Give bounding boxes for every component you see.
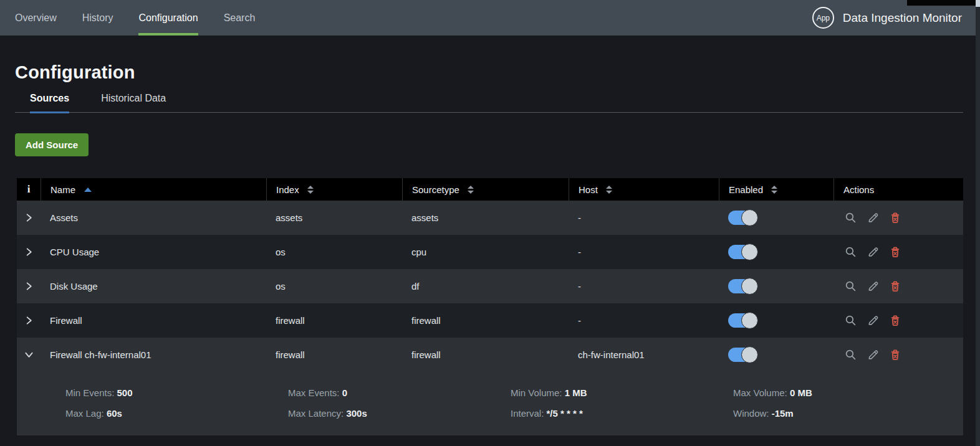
detail-item: Interval: */5 * * * * bbox=[511, 408, 733, 419]
cell-actions bbox=[833, 315, 963, 326]
cell-host: - bbox=[569, 315, 719, 326]
nav-item-overview[interactable]: Overview bbox=[15, 0, 57, 36]
sort-down-arrow bbox=[771, 191, 777, 194]
table-row: Firewall ch-fw-internal01firewallfirewal… bbox=[17, 338, 963, 372]
chevron-right-icon bbox=[24, 213, 34, 222]
cell-sourcetype: firewall bbox=[402, 315, 569, 326]
detail-item: Min Volume: 1 MB bbox=[511, 387, 733, 398]
nav-item-history[interactable]: History bbox=[82, 0, 113, 36]
enabled-toggle[interactable] bbox=[728, 245, 756, 259]
column-header-actions: Actions bbox=[833, 178, 963, 201]
column-label: Enabled bbox=[729, 184, 763, 195]
app-title: Data Ingestion Monitor bbox=[843, 11, 962, 25]
tab-historical-data[interactable]: Historical Data bbox=[101, 93, 166, 112]
cell-index: os bbox=[266, 281, 402, 292]
detail-label: Max Volume: bbox=[733, 387, 790, 398]
edit-action-button[interactable] bbox=[867, 349, 879, 361]
tab-sources[interactable]: Sources bbox=[30, 93, 69, 113]
search-action-button[interactable] bbox=[845, 280, 857, 292]
expand-toggle[interactable] bbox=[17, 316, 41, 325]
cell-enabled bbox=[719, 348, 833, 362]
delete-action-button[interactable] bbox=[890, 246, 901, 258]
detail-label: Min Events: bbox=[65, 387, 117, 398]
detail-label: Max Latency: bbox=[288, 408, 346, 419]
search-action-button[interactable] bbox=[845, 315, 857, 326]
detail-value: 500 bbox=[117, 387, 133, 398]
edit-action-button[interactable] bbox=[867, 246, 879, 258]
expand-toggle[interactable] bbox=[17, 350, 41, 359]
column-label: Name bbox=[50, 184, 75, 195]
tab-bar: SourcesHistorical Data bbox=[15, 93, 963, 113]
nav-item-configuration[interactable]: Configuration bbox=[138, 0, 198, 36]
delete-action-button[interactable] bbox=[890, 315, 901, 326]
table-row: Disk Usageosdf- bbox=[17, 269, 963, 303]
cell-index: firewall bbox=[266, 349, 402, 360]
detail-item: Window: -15m bbox=[733, 408, 956, 419]
search-action-button[interactable] bbox=[845, 246, 857, 258]
cell-index: firewall bbox=[266, 315, 402, 326]
edit-action-button[interactable] bbox=[867, 280, 879, 292]
edit-action-button[interactable] bbox=[867, 212, 879, 224]
edit-icon bbox=[867, 315, 879, 326]
column-header-index[interactable]: Index bbox=[266, 178, 402, 201]
delete-action-button[interactable] bbox=[890, 280, 901, 292]
sort-up-arrow bbox=[771, 186, 777, 189]
top-right-strip bbox=[907, 0, 976, 6]
scrollbar-thumb[interactable] bbox=[976, 0, 980, 7]
cell-enabled bbox=[719, 211, 833, 225]
edit-action-button[interactable] bbox=[867, 315, 879, 326]
detail-item: Max Latency: 300s bbox=[288, 408, 511, 419]
cell-sourcetype: assets bbox=[402, 212, 569, 223]
edit-icon bbox=[867, 349, 879, 361]
sort-down-arrow bbox=[468, 191, 474, 194]
detail-value: 0 bbox=[342, 387, 347, 398]
table-header-row: iNameIndexSourcetypeHostEnabledActions bbox=[17, 178, 963, 201]
column-header-enabled[interactable]: Enabled bbox=[719, 178, 833, 201]
nav-item-search[interactable]: Search bbox=[224, 0, 256, 36]
toggle-knob bbox=[741, 312, 758, 329]
column-header-sourcetype[interactable]: Sourcetype bbox=[402, 178, 569, 201]
cell-index: assets bbox=[266, 212, 402, 223]
delete-action-button[interactable] bbox=[890, 212, 901, 224]
enabled-toggle[interactable] bbox=[728, 348, 756, 362]
chevron-right-icon bbox=[24, 282, 34, 291]
detail-value: 300s bbox=[346, 408, 367, 419]
details-line: Max Lag: 60sMax Latency: 300sInterval: *… bbox=[65, 408, 963, 419]
column-header-info: i bbox=[17, 178, 41, 201]
column-label: Sourcetype bbox=[412, 184, 459, 195]
app-badge-icon: App bbox=[812, 7, 834, 29]
expand-toggle[interactable] bbox=[17, 282, 41, 291]
cell-actions bbox=[833, 246, 963, 258]
page-title: Configuration bbox=[15, 62, 976, 83]
column-header-host[interactable]: Host bbox=[569, 178, 719, 201]
column-label: Actions bbox=[843, 184, 874, 195]
detail-value: */5 * * * * bbox=[547, 408, 583, 419]
search-action-button[interactable] bbox=[845, 212, 857, 224]
details-line: Min Events: 500Max Events: 0Min Volume: … bbox=[65, 387, 963, 398]
chevron-right-icon bbox=[24, 316, 34, 325]
add-source-button[interactable]: Add Source bbox=[15, 133, 89, 156]
top-nav: OverviewHistoryConfigurationSearch App D… bbox=[0, 0, 980, 36]
table-row: Assetsassetsassets- bbox=[17, 201, 963, 235]
delete-action-button[interactable] bbox=[890, 349, 901, 361]
top-nav-items: OverviewHistoryConfigurationSearch bbox=[0, 0, 281, 36]
expand-toggle[interactable] bbox=[17, 247, 41, 257]
enabled-toggle[interactable] bbox=[728, 279, 756, 293]
cell-name: Firewall ch-fw-internal01 bbox=[41, 349, 266, 360]
toggle-knob bbox=[741, 278, 758, 295]
cell-host: - bbox=[569, 281, 719, 292]
delete-icon bbox=[890, 212, 901, 224]
enabled-toggle[interactable] bbox=[728, 211, 756, 225]
cell-actions bbox=[833, 212, 963, 224]
search-action-button[interactable] bbox=[845, 349, 857, 361]
main-content: Configuration SourcesHistorical Data Add… bbox=[0, 36, 976, 435]
cell-enabled bbox=[719, 313, 833, 328]
column-header-name[interactable]: Name bbox=[41, 178, 266, 201]
enabled-toggle[interactable] bbox=[728, 313, 756, 328]
detail-value: 60s bbox=[107, 408, 122, 419]
toggle-knob bbox=[741, 346, 758, 363]
chevron-down-icon bbox=[24, 350, 34, 359]
edit-icon bbox=[867, 246, 879, 258]
scrollbar[interactable] bbox=[976, 0, 980, 446]
expand-toggle[interactable] bbox=[17, 213, 41, 222]
